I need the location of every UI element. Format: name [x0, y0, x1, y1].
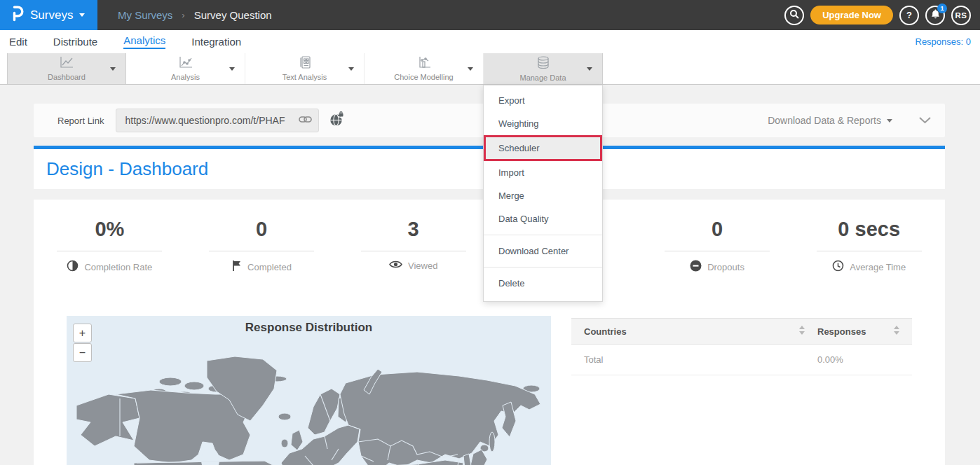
- stat-label: Average Time: [850, 262, 906, 272]
- link-icon: [299, 115, 312, 126]
- tab-label: Choice Modelling: [394, 73, 453, 81]
- table-row: Total 0.00%: [571, 345, 912, 375]
- tab-choice-modelling[interactable]: Choice Modelling: [365, 53, 484, 84]
- menu-item-export[interactable]: Export: [484, 89, 602, 112]
- stat-viewed: 3 Viewed: [337, 216, 489, 274]
- header-label: Countries: [584, 326, 627, 337]
- document-icon: [298, 56, 312, 71]
- link-privacy-button[interactable]: [329, 111, 345, 130]
- table-header-responses[interactable]: Responses: [805, 326, 899, 337]
- globe-lock-icon: [329, 111, 345, 130]
- menu-item-weighting[interactable]: Weighting: [484, 112, 602, 135]
- minus-circle-icon: [690, 260, 702, 274]
- stat-label: Viewed: [408, 261, 437, 271]
- tab-label: Analysis: [171, 73, 200, 81]
- divider: [361, 251, 466, 251]
- notifications-button[interactable]: 1: [925, 6, 945, 25]
- pie-chart-icon: [67, 260, 79, 274]
- stat-value: 0: [186, 216, 338, 242]
- world-map-canvas[interactable]: [67, 316, 551, 465]
- divider: [817, 251, 922, 251]
- stat-completed: 0 Completed: [186, 216, 338, 274]
- response-distribution-map: Response Distribution + −: [67, 316, 551, 465]
- nav-item-integration[interactable]: Integration: [191, 36, 241, 48]
- download-data-reports-label: Download Data & Reports: [768, 115, 881, 126]
- sort-icon: [894, 326, 899, 337]
- scatter-chart-icon: [178, 56, 193, 71]
- table-header-countries[interactable]: Countries: [584, 326, 805, 337]
- stat-dropouts: 0 Dropouts: [641, 216, 794, 274]
- divider: [209, 251, 314, 251]
- map-zoom-controls: + −: [73, 324, 92, 362]
- nav-item-analytics[interactable]: Analytics: [123, 34, 165, 49]
- breadcrumb-separator: ›: [182, 10, 184, 20]
- clock-icon: [832, 260, 844, 274]
- stat-label: Completion Rate: [84, 262, 152, 272]
- table-header-row: Countries Responses: [571, 318, 912, 345]
- survey-nav: Edit Distribute Analytics Integration Re…: [0, 30, 980, 53]
- chevron-down-icon: [887, 119, 892, 125]
- map-zoom-in-button[interactable]: +: [73, 324, 92, 342]
- menu-item-import[interactable]: Import: [484, 161, 602, 184]
- menu-item-scheduler[interactable]: Scheduler: [484, 135, 602, 161]
- header-label: Responses: [817, 326, 866, 337]
- responses-count[interactable]: Responses: 0: [916, 36, 972, 47]
- menu-item-download-center[interactable]: Download Center: [484, 240, 602, 263]
- stat-value: 0%: [34, 216, 186, 242]
- chevron-down-icon: [110, 67, 116, 74]
- menu-divider: [484, 235, 602, 235]
- avatar[interactable]: RS: [951, 6, 971, 25]
- report-url-input[interactable]: [125, 115, 299, 126]
- total-label: Total: [584, 354, 603, 365]
- stat-completion-rate: 0% Completion Rate: [34, 216, 186, 274]
- tab-dashboard[interactable]: Dashboard: [7, 53, 126, 84]
- tab-label: Dashboard: [48, 73, 86, 81]
- breadcrumb: My Surveys › Survey Question: [118, 9, 272, 21]
- chevron-down-icon: [468, 67, 473, 74]
- tab-label: Text Analysis: [283, 73, 327, 81]
- stat-average-time: 0 secs Average Time: [793, 216, 945, 274]
- copy-link-button[interactable]: [299, 115, 312, 126]
- stat-label: Dropouts: [707, 262, 744, 272]
- help-button[interactable]: ?: [899, 6, 919, 25]
- manage-data-menu: Export Weighting Scheduler Import Merge …: [483, 85, 603, 302]
- tab-label: Manage Data: [519, 74, 566, 82]
- search-button[interactable]: [784, 6, 804, 25]
- map-zoom-out-button[interactable]: −: [73, 343, 92, 362]
- notification-badge: 1: [937, 4, 947, 13]
- avatar-initials: RS: [955, 11, 967, 20]
- report-url-box: [116, 109, 319, 132]
- search-icon: [789, 9, 799, 21]
- menu-item-data-quality[interactable]: Data Quality: [484, 207, 602, 230]
- model-chart-icon: [416, 56, 432, 71]
- total-responses-value: 0.00%: [817, 354, 843, 365]
- flag-icon: [231, 260, 242, 274]
- menu-item-delete[interactable]: Delete: [484, 272, 602, 295]
- analytics-toolbar: Dashboard Analysis Text Analysis Choice …: [0, 53, 980, 85]
- stat-value: 3: [337, 216, 489, 242]
- header-actions: Upgrade Now ? 1 RS: [784, 6, 980, 25]
- menu-item-merge[interactable]: Merge: [484, 184, 602, 207]
- tab-manage-data[interactable]: Manage Data: [484, 53, 603, 84]
- chevron-down-icon: [229, 67, 235, 74]
- collapse-chevron-button[interactable]: [919, 117, 931, 124]
- menu-divider: [484, 267, 602, 268]
- surveys-product-menu[interactable]: Surveys: [0, 0, 97, 30]
- divider: [57, 251, 162, 251]
- upgrade-now-button[interactable]: Upgrade Now: [810, 6, 893, 25]
- tab-analysis[interactable]: Analysis: [126, 53, 245, 84]
- report-bar-right: Download Data & Reports: [768, 115, 931, 126]
- report-link-label: Report Link: [57, 116, 104, 126]
- eye-icon: [389, 260, 402, 271]
- stat-label: Completed: [247, 262, 292, 272]
- questionpro-logo-icon: [11, 5, 24, 25]
- nav-item-edit[interactable]: Edit: [9, 36, 27, 48]
- dashboard-lower: Response Distribution + −: [67, 316, 912, 465]
- breadcrumb-my-surveys[interactable]: My Surveys: [118, 9, 172, 21]
- stat-value: 0 secs: [793, 216, 945, 242]
- breadcrumb-current: Survey Question: [194, 9, 272, 21]
- nav-item-distribute[interactable]: Distribute: [53, 36, 97, 48]
- tab-text-analysis[interactable]: Text Analysis: [245, 53, 365, 84]
- download-data-reports-dropdown[interactable]: Download Data & Reports: [768, 115, 892, 126]
- stat-value: 0: [641, 216, 794, 242]
